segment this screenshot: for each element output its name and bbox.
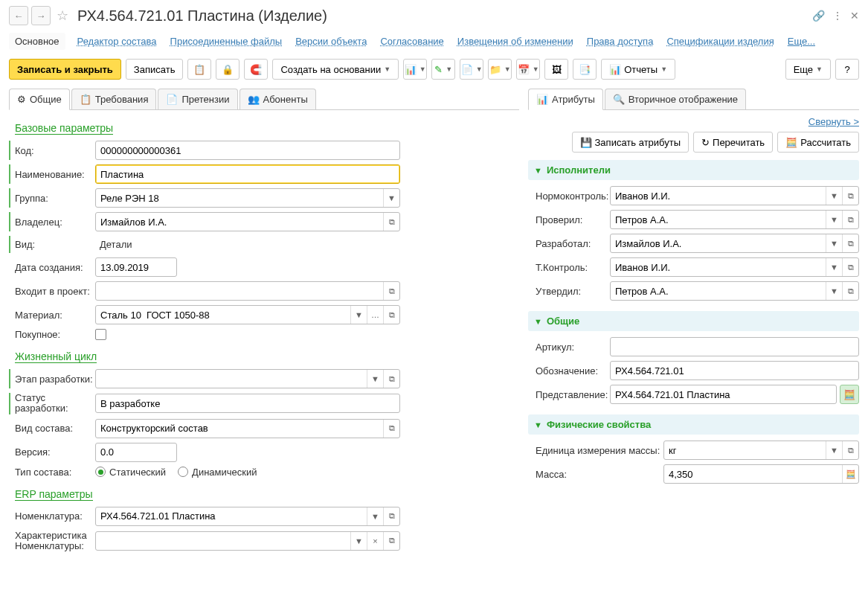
open-icon[interactable]: ⧉: [842, 187, 858, 205]
dropdown-icon[interactable]: ▼: [826, 441, 842, 459]
stage-input[interactable]: [96, 370, 367, 388]
nav-versions[interactable]: Версии объекта: [294, 33, 368, 50]
open-icon[interactable]: ⧉: [383, 306, 399, 324]
nav-editor[interactable]: Редактор состава: [76, 33, 158, 50]
collapse-link[interactable]: Свернуть >: [528, 116, 859, 127]
material-input[interactable]: [96, 306, 350, 324]
link-icon[interactable]: 🔗: [812, 10, 825, 22]
tab-subscribers[interactable]: 👥 Абоненты: [239, 89, 316, 109]
accordion-common[interactable]: ▼Общие: [528, 311, 859, 331]
sheet-icon[interactable]: 📑: [573, 59, 597, 80]
more-button[interactable]: Еще▼: [785, 59, 831, 80]
name-input[interactable]: [96, 165, 399, 183]
nav-approval[interactable]: Согласование: [379, 33, 445, 50]
purchased-checkbox[interactable]: [95, 329, 106, 340]
calc-icon[interactable]: 🧮: [842, 465, 858, 483]
dropdown-icon[interactable]: ▼: [350, 532, 367, 550]
art-input[interactable]: [611, 338, 858, 356]
code-input[interactable]: [96, 141, 399, 159]
reread-button[interactable]: ↻ Перечитать: [693, 132, 773, 153]
mass-input[interactable]: [664, 465, 842, 483]
tab-secondary[interactable]: 🔍 Вторичное отображение: [605, 89, 746, 109]
open-icon[interactable]: ⧉: [383, 370, 399, 388]
tctrl-input[interactable]: [611, 258, 826, 276]
forward-button[interactable]: →: [31, 6, 51, 25]
nav-notifications[interactable]: Извещения об изменении: [456, 33, 575, 50]
dropdown-icon[interactable]: ▼: [826, 187, 842, 205]
open-icon[interactable]: ⧉: [383, 532, 399, 550]
tab-requirements[interactable]: 📋 Требования: [71, 89, 157, 109]
save-button[interactable]: Записать: [126, 59, 184, 80]
nav-specs[interactable]: Спецификации изделия: [665, 33, 775, 50]
tab-claims[interactable]: 📄 Претензии: [158, 89, 237, 109]
image-icon[interactable]: 🖼: [544, 59, 568, 80]
accordion-performers[interactable]: ▼Исполнители: [528, 160, 859, 180]
nav-files[interactable]: Присоединенные файлы: [169, 33, 284, 50]
save-close-button[interactable]: Записать и закрыть: [9, 59, 121, 80]
open-icon[interactable]: ⧉: [842, 234, 858, 252]
check-label: Проверил:: [536, 214, 610, 225]
group-input[interactable]: [96, 189, 383, 207]
help-button[interactable]: ?: [835, 59, 859, 80]
folder-icon[interactable]: 📁▼: [488, 59, 512, 80]
repr-input[interactable]: [611, 385, 836, 403]
project-input[interactable]: [96, 282, 383, 300]
date-input[interactable]: [96, 258, 230, 276]
save-attrs-button[interactable]: 💾 Записать атрибуты: [572, 132, 689, 153]
nav-more[interactable]: Еще...: [786, 33, 817, 50]
back-button[interactable]: ←: [9, 6, 28, 25]
open-icon[interactable]: ⧉: [842, 441, 858, 459]
doc-icon[interactable]: 📄▼: [460, 59, 483, 80]
close-icon[interactable]: ✕: [850, 10, 859, 22]
magnet-icon[interactable]: 🧲: [244, 59, 268, 80]
dropdown-icon[interactable]: ▼: [826, 282, 842, 300]
nav-access[interactable]: Права доступа: [585, 33, 655, 50]
dropdown-icon[interactable]: ▼: [367, 507, 383, 525]
desig-input[interactable]: [611, 362, 858, 379]
create-base-button[interactable]: Создать на основании▼: [272, 59, 399, 80]
calc-button[interactable]: 🧮 Рассчитать: [777, 132, 859, 153]
open-icon[interactable]: ⧉: [842, 282, 858, 300]
tab-general[interactable]: ⚙ Общие: [9, 89, 70, 110]
calc-repr-icon[interactable]: 🧮: [840, 385, 859, 404]
lock-icon[interactable]: 🔒: [216, 59, 239, 80]
dev-input[interactable]: [611, 234, 826, 252]
open-icon[interactable]: ⧉: [842, 211, 858, 228]
open-icon[interactable]: ⧉: [383, 213, 399, 231]
more-icon[interactable]: ⋮: [832, 10, 843, 22]
tab-attributes[interactable]: 📊 Атрибуты: [528, 89, 603, 110]
appr-input[interactable]: [611, 282, 826, 300]
version-input[interactable]: [96, 443, 230, 461]
unit-input[interactable]: [664, 441, 826, 459]
chart-icon[interactable]: 📊▼: [403, 59, 427, 80]
open-icon[interactable]: ⧉: [842, 258, 858, 276]
comptype-input[interactable]: [96, 420, 383, 438]
nomen-input[interactable]: [96, 507, 367, 525]
desig-label: Обозначение:: [536, 365, 610, 377]
dropdown-icon[interactable]: ▼: [383, 189, 399, 207]
calendar-icon[interactable]: 📅▼: [516, 59, 540, 80]
radio-dynamic[interactable]: Динамический: [178, 467, 257, 478]
accordion-phys[interactable]: ▼Физические свойства: [528, 414, 859, 435]
char-input[interactable]: [96, 532, 350, 550]
status-input[interactable]: [96, 394, 399, 412]
dots-icon[interactable]: …: [367, 306, 383, 324]
open-icon[interactable]: ⧉: [383, 420, 399, 438]
dropdown-icon[interactable]: ▼: [826, 258, 842, 276]
pencil-icon[interactable]: ✎▼: [431, 59, 455, 80]
clear-icon[interactable]: ×: [367, 532, 383, 550]
radio-static[interactable]: Статический: [95, 467, 166, 478]
owner-input[interactable]: [96, 213, 383, 231]
dropdown-icon[interactable]: ▼: [367, 370, 383, 388]
copy-icon[interactable]: 📋: [187, 59, 211, 80]
check-input[interactable]: [611, 211, 826, 228]
dropdown-icon[interactable]: ▼: [826, 211, 842, 228]
dropdown-icon[interactable]: ▼: [826, 234, 842, 252]
nav-main[interactable]: Основное: [9, 33, 65, 50]
dropdown-icon[interactable]: ▼: [350, 306, 367, 324]
norm-input[interactable]: [611, 187, 826, 205]
reports-button[interactable]: 📊 Отчеты▼: [601, 59, 675, 80]
open-icon[interactable]: ⧉: [383, 507, 399, 525]
favorite-icon[interactable]: ☆: [54, 7, 71, 24]
open-icon[interactable]: ⧉: [383, 282, 399, 300]
